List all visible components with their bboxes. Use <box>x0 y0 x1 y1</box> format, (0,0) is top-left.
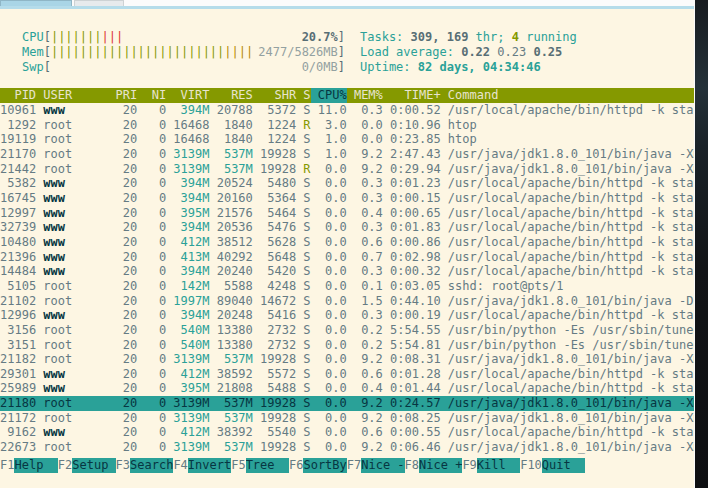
cell-virt: 16468 <box>166 132 209 147</box>
cell-shr: 5540 <box>253 425 296 440</box>
process-row[interactable]: 21396www200413M402925648S0.00.70:02.98/u… <box>0 250 694 265</box>
process-row[interactable]: 19119root2001646818401224S1.00.00:23.85h… <box>0 132 694 147</box>
process-row[interactable]: 9162www200412M383925540S0.00.60:00.55/us… <box>0 425 694 440</box>
process-row[interactable]: 22673root2003139M537M19928S0.09.20:06.46… <box>0 440 694 455</box>
cell-cpu: 0.0 <box>311 220 347 235</box>
cell-command: /usr/local/apache/bin/httpd -k star <box>441 235 694 250</box>
cell-command: /usr/java/jdk1.8.0_101/bin/java -Xm <box>441 147 694 162</box>
mem-meter: Mem[||||||||||||||||||||||||||||2477/582… <box>22 45 345 60</box>
cell-virt: 3139M <box>166 162 209 177</box>
cell-state: S <box>296 191 310 206</box>
cpu-meter-value: 20.7% <box>302 30 338 45</box>
column-header-ni[interactable]: NI <box>137 88 166 103</box>
process-row[interactable]: 5105root200142M55884248S0.00.10:03.05ssh… <box>0 279 694 294</box>
cell-virt: 412M <box>166 367 209 382</box>
column-header-virt[interactable]: VIRT <box>166 88 209 103</box>
cell-res: 5588 <box>209 279 252 294</box>
cell-time: 0:00.65 <box>383 206 441 221</box>
process-row[interactable]: 21102root2001997M8904014672S0.01.50:44.1… <box>0 294 694 309</box>
process-row[interactable]: 21182root2003139M537M19928S0.09.20:08.31… <box>0 352 694 367</box>
cell-pid: 9162 <box>0 425 36 440</box>
fkey-f5[interactable]: F5Tree <box>231 458 289 473</box>
cell-pri: 20 <box>108 381 137 396</box>
cell-res: 20524 <box>209 176 252 191</box>
process-row[interactable]: 21442root2003139M537M19928R0.09.20:29.94… <box>0 162 694 177</box>
column-header-mem[interactable]: MEM% <box>347 88 383 103</box>
process-row[interactable]: 1292root2001646818401224R3.00.00:10.96ht… <box>0 118 694 133</box>
cell-pri: 20 <box>108 132 137 147</box>
fkey-label: Nice - <box>361 458 404 473</box>
cell-user: root <box>36 323 108 338</box>
fkey-number: F6 <box>289 458 303 473</box>
cell-pid: 12996 <box>0 308 36 323</box>
cell-mem: 0.3 <box>347 191 383 206</box>
process-row-selected[interactable]: 21180root2003139M537M19928S0.09.20:24.57… <box>0 396 694 411</box>
mem-meter-close-bracket: ] <box>338 45 345 60</box>
fkey-f4[interactable]: F4Invert <box>173 458 231 473</box>
cell-mem: 9.2 <box>347 396 383 411</box>
cell-virt: 394M <box>166 220 209 235</box>
fkey-f8[interactable]: F8Nice + <box>405 458 463 473</box>
cell-res: 537M <box>209 162 252 177</box>
cell-time: 0:01.44 <box>383 381 441 396</box>
cell-shr: 19928 <box>253 147 296 162</box>
process-row[interactable]: 21170root2003139M537M19928S1.09.22:47.43… <box>0 147 694 162</box>
process-row[interactable]: 12996www200394M202485416S0.00.30:00.19/u… <box>0 308 694 323</box>
column-header-user[interactable]: USER <box>36 88 108 103</box>
cell-state: S <box>296 279 310 294</box>
process-row[interactable]: 12997www200395M215765464S0.00.40:00.65/u… <box>0 206 694 221</box>
process-row[interactable]: 3156root200540M133802732S0.00.25:54.55/u… <box>0 323 694 338</box>
fkey-f1[interactable]: F1Help <box>0 458 58 473</box>
cell-command: /usr/local/apache/bin/httpd -k star <box>441 308 694 323</box>
screen: CPU[||||||||||20.7%] Mem[|||||||||||||||… <box>0 0 708 488</box>
cell-pid: 1292 <box>0 118 36 133</box>
cell-user: www <box>36 264 108 279</box>
fkey-label: Tree <box>246 458 289 473</box>
column-header-shr[interactable]: SHR <box>253 88 296 103</box>
column-header-state[interactable]: S <box>296 88 310 103</box>
column-header-cpu[interactable]: CPU% <box>311 88 347 103</box>
cell-time: 0:01.83 <box>383 220 441 235</box>
process-row[interactable]: 3151root200540M133802732S0.00.25:54.81/u… <box>0 338 694 353</box>
tasks-threads: 169 <box>447 30 476 44</box>
cell-user: root <box>36 396 108 411</box>
cell-time: 5:54.55 <box>383 323 441 338</box>
fkey-f9[interactable]: F9Kill <box>462 458 520 473</box>
cell-state: S <box>296 338 310 353</box>
cell-virt: 3139M <box>166 147 209 162</box>
cell-shr: 5416 <box>253 308 296 323</box>
cell-shr: 19928 <box>253 352 296 367</box>
fkey-f6[interactable]: F6SortBy <box>289 458 347 473</box>
cell-mem: 0.4 <box>347 206 383 221</box>
cell-pri: 20 <box>108 264 137 279</box>
cell-ni: 0 <box>137 279 166 294</box>
cell-pri: 20 <box>108 250 137 265</box>
browser-tab-strip <box>0 0 694 9</box>
fkey-f3[interactable]: F3Search <box>116 458 174 473</box>
cell-mem: 0.3 <box>347 176 383 191</box>
cell-cpu: 0.0 <box>311 250 347 265</box>
cell-user: root <box>36 147 108 162</box>
column-header-pri[interactable]: PRI <box>108 88 137 103</box>
column-header-res[interactable]: RES <box>209 88 252 103</box>
fkey-f2[interactable]: F2Setup <box>58 458 116 473</box>
process-row[interactable]: 16745www200394M201605364S0.00.30:00.15/u… <box>0 191 694 206</box>
column-header-pid[interactable]: PID <box>0 88 36 103</box>
process-row[interactable]: 10480www200412M385125628S0.00.60:00.86/u… <box>0 235 694 250</box>
fkey-f7[interactable]: F7Nice - <box>347 458 405 473</box>
fkey-f10[interactable]: F10Quit <box>520 458 585 473</box>
process-row[interactable]: 10961www200394M207885372S11.00.30:00.52/… <box>0 103 694 118</box>
cell-shr: 5476 <box>253 220 296 235</box>
column-header-time[interactable]: TIME+ <box>383 88 441 103</box>
process-row[interactable]: 21172root2003139M537M19928S0.09.20:08.25… <box>0 411 694 426</box>
process-row[interactable]: 14484www200394M202405420S0.00.30:00.32/u… <box>0 264 694 279</box>
process-row[interactable]: 5382www200394M205245480S0.00.30:01.23/us… <box>0 176 694 191</box>
cell-pid: 3151 <box>0 338 36 353</box>
process-row[interactable]: 25989www200395M218085488S0.00.40:01.44/u… <box>0 381 694 396</box>
cell-virt: 413M <box>166 250 209 265</box>
cell-res: 13380 <box>209 323 252 338</box>
process-row[interactable]: 29301www200412M385925572S0.00.60:01.28/u… <box>0 367 694 382</box>
cell-cpu: 0.0 <box>311 235 347 250</box>
process-row[interactable]: 32739www200394M205365476S0.00.30:01.83/u… <box>0 220 694 235</box>
column-header-command[interactable]: Command <box>441 88 694 103</box>
